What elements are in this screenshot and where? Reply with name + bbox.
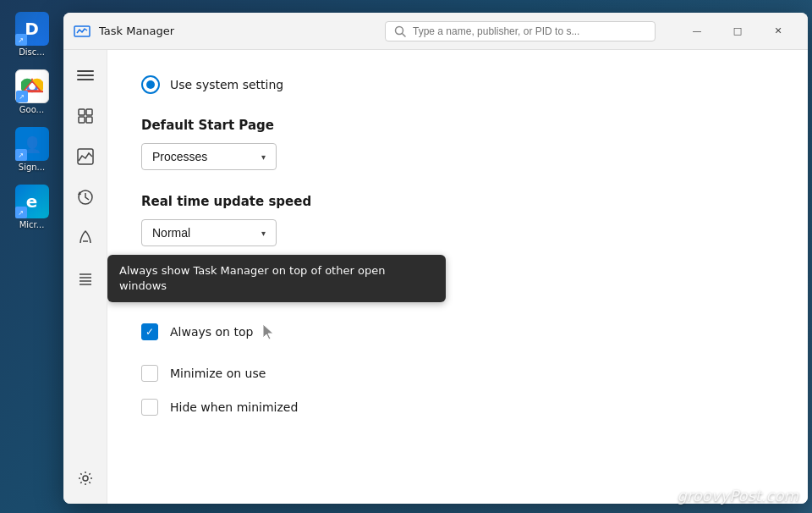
real-time-update-speed-heading: Real time update speed [141, 194, 774, 209]
desktop-icon-chrome[interactable]: ↗ Goo... [10, 66, 54, 119]
default-start-page-value: Processes [152, 150, 207, 163]
hide-when-minimized-row[interactable]: Hide when minimized [141, 399, 774, 416]
tooltip-box: Always show Task Manager on top of other… [107, 255, 446, 302]
minimize-button[interactable]: — [678, 18, 716, 45]
use-system-setting-row[interactable]: Use system setting [141, 75, 774, 94]
always-on-top-checkbox[interactable] [141, 323, 158, 340]
real-time-update-speed-dropdown[interactable]: Normal ▾ [141, 219, 277, 246]
title-bar: Task Manager — □ ✕ [63, 13, 808, 50]
desktop-icon-msedge[interactable]: e ↗ Micr... [10, 181, 54, 234]
minimize-on-use-checkbox[interactable] [141, 365, 158, 382]
sidebar-item-settings[interactable] [67, 460, 104, 497]
sidebar-item-users[interactable] [67, 260, 104, 297]
chevron-down-icon-2: ▾ [261, 229, 266, 238]
svg-rect-11 [86, 117, 92, 123]
default-start-page-heading: Default Start Page [141, 118, 774, 133]
use-system-setting-label: Use system setting [170, 78, 283, 91]
minimize-on-use-row[interactable]: Minimize on use [141, 365, 774, 382]
desktop-icon-discover[interactable]: D ↗ Disc... [10, 8, 54, 61]
settings-page: Use system setting Default Start Page Pr… [107, 50, 808, 504]
default-start-page-section: Default Start Page Processes ▾ [141, 118, 774, 170]
mouse-cursor-icon [261, 323, 277, 341]
sidebar-item-performance[interactable] [67, 138, 104, 175]
sidebar-item-history[interactable] [67, 179, 104, 216]
search-input[interactable] [413, 25, 646, 37]
always-on-top-label: Always on top [170, 325, 253, 339]
maximize-button[interactable]: □ [718, 18, 757, 45]
always-on-top-container: Always show Task Manager on top of other… [141, 323, 774, 341]
radio-inner [146, 80, 155, 89]
sidebar [63, 50, 107, 504]
desktop-icon-signin[interactable]: 👤 ↗ Sign... [10, 124, 54, 176]
search-box[interactable] [385, 21, 656, 41]
taskmanager-icon [74, 23, 91, 40]
search-icon [394, 25, 406, 37]
default-start-page-dropdown[interactable]: Processes ▾ [141, 143, 277, 170]
title-bar-controls: — □ ✕ [678, 18, 798, 45]
sidebar-item-processes[interactable] [67, 97, 104, 135]
sidebar-item-startup[interactable] [67, 219, 104, 256]
always-on-top-row[interactable]: Always on top [141, 323, 774, 341]
real-time-update-speed-section: Real time update speed Normal ▾ [141, 194, 774, 246]
hide-when-minimized-label: Hide when minimized [170, 400, 298, 414]
watermark: groovyPost.com [677, 487, 798, 505]
svg-point-19 [83, 476, 88, 481]
svg-rect-8 [79, 109, 85, 115]
close-button[interactable]: ✕ [759, 18, 798, 45]
real-time-update-speed-value: Normal [152, 226, 190, 240]
svg-rect-5 [77, 70, 94, 72]
hide-when-minimized-checkbox[interactable] [141, 399, 158, 416]
sidebar-item-menu[interactable] [67, 57, 104, 94]
main-content: Use system setting Default Start Page Pr… [63, 50, 808, 504]
use-system-setting-radio[interactable] [141, 75, 160, 94]
svg-rect-10 [79, 117, 85, 123]
svg-rect-12 [78, 149, 93, 164]
chevron-down-icon: ▾ [261, 152, 266, 162]
svg-rect-7 [77, 79, 94, 80]
svg-line-4 [403, 33, 406, 36]
minimize-on-use-label: Minimize on use [170, 367, 266, 380]
tooltip-text: Always show Task Manager on top of other… [119, 264, 385, 292]
svg-rect-6 [77, 74, 94, 76]
desktop-icons: D ↗ Disc... ↗ Goo... 👤 ↗ Sign... e ↗ [0, 0, 63, 513]
window-title: Task Manager [99, 25, 174, 37]
svg-rect-9 [86, 109, 92, 115]
task-manager-window: Task Manager — □ ✕ [63, 13, 808, 504]
